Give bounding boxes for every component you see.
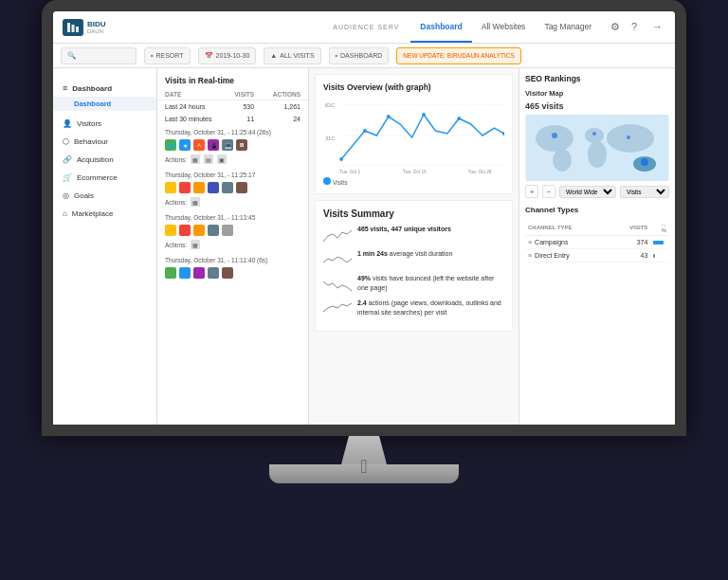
session-date-1: Thursday, October 31, - 11:25:44 (26s) xyxy=(157,125,308,137)
sidebar-item-goals[interactable]: ◎ Goals xyxy=(53,187,156,205)
table-row: Last 30 minutes 11 24 xyxy=(157,113,308,125)
logo-text: BIDU DAUN xyxy=(87,20,106,34)
svg-point-19 xyxy=(553,149,572,172)
settings-icon[interactable]: ⚙ xyxy=(610,21,624,34)
left-panel: Visits in Real-time DATE VISITS ACTIONS xyxy=(157,68,309,425)
map-controls: + − World Wide Visits xyxy=(525,185,669,198)
visits-summary: Visits Summary 465 visits, 447 unique vi… xyxy=(315,200,513,332)
monitor-wrapper: BIDU DAUN AUDIENCE SERV Dashboard All We… xyxy=(0,0,728,580)
session-icon xyxy=(179,182,191,193)
sparkline-duration xyxy=(323,249,352,268)
behaviour-icon: ⬡ xyxy=(63,137,69,146)
table-row: Last 24 hours 530 1,261 xyxy=(157,100,308,114)
summary-text-total: 465 visits, 447 unique visitors xyxy=(357,225,451,234)
session-icon xyxy=(208,225,219,236)
sidebar-item-marketplace[interactable]: ⌂ Marketplace xyxy=(53,205,156,223)
action-icon: ▦ xyxy=(191,197,200,207)
filter-search-input[interactable] xyxy=(61,47,136,64)
session-icons-3 xyxy=(157,223,308,238)
help-icon[interactable]: ? xyxy=(631,21,645,34)
col-actions: ACTIONS xyxy=(262,89,308,100)
date-filter[interactable]: 📅 2019-10-30 xyxy=(198,47,257,64)
table-row: ≡ Campaigns 374 xyxy=(525,236,669,249)
svg-text:Tue, Oct 29: Tue, Oct 29 xyxy=(468,170,492,173)
svg-text:Tue, Oct 15: Tue, Oct 15 xyxy=(403,170,427,173)
session-icons-1: 🌐 ★ A 📱 💻 🖥 xyxy=(157,137,308,153)
session-icon xyxy=(208,267,219,279)
tab-all-websites[interactable]: All Websites xyxy=(472,11,536,43)
sidebar-item-acquisition[interactable]: 🔗 Acquisition xyxy=(53,151,156,169)
chart-svg: 62C 31C xyxy=(323,98,504,173)
sparkline-actions xyxy=(323,299,352,317)
realtime-title: Visits in Real-time xyxy=(157,68,308,89)
session-icon: A xyxy=(193,139,205,151)
chart-legend: Visits xyxy=(323,177,504,186)
middle-panel: Visits Overview (with graph) 62C 31C xyxy=(309,68,519,425)
seo-title: SEO Rankings xyxy=(525,74,669,83)
channel-title: Channel Types xyxy=(525,206,669,214)
session-icon xyxy=(208,182,219,193)
dashboard-filter[interactable]: • DASHBOARD xyxy=(329,47,390,64)
visits-overview: Visits Overview (with graph) 62C 31C xyxy=(315,74,513,194)
col-visits: VISITS xyxy=(225,89,263,100)
svg-point-11 xyxy=(422,113,426,117)
sidebar-item-behaviour[interactable]: ⬡ Behaviour xyxy=(53,133,156,151)
screen: BIDU DAUN AUDIENCE SERV Dashboard All We… xyxy=(53,11,675,425)
actions-row-1: Actions: ▦ ▤ ▣ xyxy=(157,153,308,168)
sidebar-dashboard-sub[interactable]: Dashboard xyxy=(53,97,156,111)
visitor-map-section: Visitor Map 465 visits xyxy=(525,89,669,198)
svg-point-8 xyxy=(339,157,343,161)
actions-row-3: Actions: ▦ xyxy=(157,238,308,253)
content-area: Visits in Real-time DATE VISITS ACTIONS xyxy=(157,68,675,425)
svg-rect-1 xyxy=(72,25,75,32)
session-icon xyxy=(222,267,233,279)
apple-logo:  xyxy=(360,456,367,478)
session-icon xyxy=(222,182,233,193)
summary-text-actions: 2.4 actions (page views, downloads, outl… xyxy=(357,299,504,317)
sidebar-dashboard-header[interactable]: ≡ Dashboard xyxy=(53,80,156,97)
svg-point-21 xyxy=(588,141,607,168)
session-icon: 🖥 xyxy=(236,139,247,151)
summary-item-total: 465 visits, 447 unique visitors xyxy=(323,225,504,244)
session-icon: 💻 xyxy=(222,139,233,151)
session-icon xyxy=(193,267,205,279)
table-row: ≡ Direct Entry 43 xyxy=(525,249,669,263)
col-channel-visits: VISITS xyxy=(610,220,651,236)
svg-point-22 xyxy=(607,124,654,153)
sidebar-item-visitors[interactable]: 👤 Visitors xyxy=(53,115,156,133)
zoom-in-button[interactable]: + xyxy=(525,185,538,198)
metric-select[interactable]: Visits xyxy=(620,186,669,198)
acquisition-icon: 🔗 xyxy=(63,155,72,164)
col-date: DATE xyxy=(157,89,225,100)
svg-point-9 xyxy=(363,129,367,133)
sidebar-item-ecommerce[interactable]: 🛒 Ecommerce xyxy=(53,169,156,187)
resort-filter[interactable]: • RESORT xyxy=(144,47,191,64)
session-icon xyxy=(179,225,191,236)
summary-item-bounce: 49% visits have bounced (left the websit… xyxy=(323,274,504,293)
action-icon: ▦ xyxy=(191,240,200,249)
visits-summary-title: Visits Summary xyxy=(323,208,504,219)
svg-point-24 xyxy=(552,133,557,138)
tab-dashboard[interactable]: Dashboard xyxy=(410,11,471,43)
visits-overview-title: Visits Overview (with graph) xyxy=(323,82,504,92)
main-layout: ≡ Dashboard Dashboard 👤 Visitors ⬡ Behav… xyxy=(53,68,675,425)
svg-text:31C: 31C xyxy=(325,136,336,141)
channel-table: CHANNEL TYPE VISITS ↑↓% xyxy=(525,220,669,263)
session-icon xyxy=(222,225,233,236)
svg-point-26 xyxy=(627,136,630,139)
svg-point-25 xyxy=(592,132,596,136)
svg-text:62C: 62C xyxy=(325,102,336,108)
session-date-3: Thursday, October 31, - 11:13:45 xyxy=(157,210,308,223)
sparkline-total xyxy=(323,225,352,244)
logout-icon[interactable]: → xyxy=(652,21,665,34)
visits-count: 465 visits xyxy=(525,101,669,111)
session-icon: ★ xyxy=(179,139,191,151)
tab-tag-manager[interactable]: Tag Manager xyxy=(535,11,601,43)
region-select[interactable]: World Wide xyxy=(559,186,616,198)
session-icon xyxy=(165,182,176,193)
nav-tabs: Dashboard All Websites Tag Manager xyxy=(410,11,601,43)
visits-filter[interactable]: ▲ ALL VISITS xyxy=(264,47,320,64)
top-nav: BIDU DAUN AUDIENCE SERV Dashboard All We… xyxy=(53,11,675,44)
ecommerce-icon: 🛒 xyxy=(63,173,72,182)
zoom-out-button[interactable]: − xyxy=(542,185,555,198)
